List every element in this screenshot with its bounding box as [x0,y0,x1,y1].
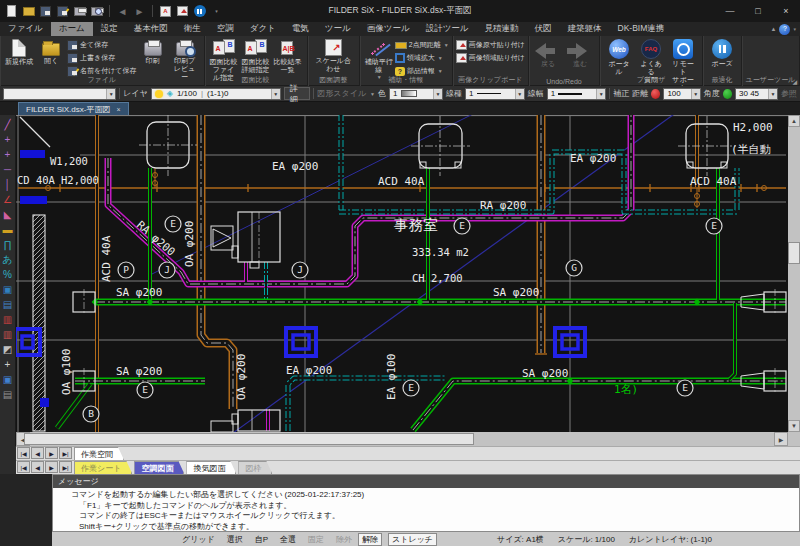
maximize-button[interactable]: □ [744,0,772,22]
tab-nav-last-icon[interactable]: ▶| [59,461,72,473]
status-toggle-2[interactable]: 選択 [227,534,243,545]
scroll-up-icon[interactable]: ▲ [788,115,800,127]
qat-print-icon[interactable] [72,4,87,19]
angle-combo-caret-icon[interactable]: ▼ [768,89,777,99]
color-combo-caret-icon[interactable]: ▼ [433,89,442,99]
qat-image-paste-icon[interactable] [175,4,190,19]
draw-tool-17-icon[interactable]: + [1,358,15,372]
draw-tool-1-icon[interactable]: ╱ [1,118,15,132]
menu-tab-8[interactable]: 電気 [284,22,317,36]
ribbon-button-undo[interactable]: 戻る [532,38,564,69]
menu-tab-11[interactable]: 設計ツール [418,22,477,36]
close-button[interactable]: × [772,0,800,22]
linetype-combo-caret-icon[interactable]: ▼ [515,89,524,99]
ribbon-button-compare-result[interactable]: A|B比較結果 一覧 [272,38,304,75]
status-toggle-1[interactable]: グリッド [182,534,215,545]
draw-tool-8-icon[interactable]: ▬ [1,223,15,237]
tab-nav-first-icon[interactable]: |◀ [17,447,30,459]
qat-save-icon[interactable] [38,4,53,19]
menu-tab-10[interactable]: 画像ツール [359,22,418,36]
menu-tab-7[interactable]: ダクト [242,22,284,36]
horizontal-scrollbar[interactable]: ◀ ▶ [16,432,788,446]
menu-overflow-caret-icon[interactable]: ▾ [793,26,796,32]
draw-tool-14-icon[interactable]: ▥ [1,313,15,327]
linewidth-combo-caret-icon[interactable]: ▼ [596,89,605,99]
color-combo[interactable]: 1 ▼ [389,88,443,100]
qat-new-doc-icon[interactable] [4,4,19,19]
draw-tool-11-icon[interactable]: % [1,268,15,282]
draw-tool-15-icon[interactable]: ▥ [1,328,15,342]
status-toggle-8[interactable]: ストレッチ [388,533,437,546]
command-combo[interactable]: ▼ [3,88,116,100]
pin-ribbon-icon[interactable]: ▲ [771,26,777,32]
qat-open-folder-icon[interactable] [21,4,36,19]
sheet-tab-4[interactable]: 図枠 [238,461,272,474]
ribbon-button-distance[interactable]: 2点間距離▼ [395,39,449,51]
tab-nav-prev-icon[interactable]: ◀ [31,461,44,473]
layer-detail-button[interactable]: 詳細 [284,87,311,100]
document-tab-close-icon[interactable]: × [116,106,120,113]
status-toggle-7[interactable]: 解除 [358,533,382,546]
status-toggle-4[interactable]: 全選 [280,534,296,545]
draw-tool-10-icon[interactable]: あ [1,253,15,267]
draw-tool-2-icon[interactable]: + [1,133,15,147]
ribbon-button-img-paste-orig[interactable]: 画像原寸貼り付け [456,39,525,51]
menu-tab-14[interactable]: 建築躯体 [560,22,610,36]
ribbon-button-img-paste-area[interactable]: 画像領域貼り付け [456,52,525,64]
sheet-tab-3[interactable]: 換気図面 [186,461,236,474]
sheet-tab-2[interactable]: 空調図面 [134,461,184,474]
tab-nav-first-icon[interactable]: |◀ [17,461,30,473]
qat-caret-icon[interactable]: ▾ [209,4,224,19]
tab-nav-prev-icon[interactable]: ◀ [31,447,44,459]
sheet-tab-1[interactable]: 作業空間 [74,447,124,460]
ribbon-button-compare-detail[interactable]: AB図面比較 詳細指定 [240,38,272,75]
ribbon-button-web-portal[interactable]: Webポータル [603,38,635,77]
status-toggle-6[interactable]: 除外 [336,534,352,545]
menu-tab-1[interactable]: ファイル [0,22,51,36]
layer-combo-caret-icon[interactable]: ▼ [271,89,280,99]
linewidth-combo[interactable]: 1 ▼ [547,88,607,100]
status-toggle-5[interactable]: 固定 [308,534,324,545]
draw-tool-18-icon[interactable]: ▣ [1,373,15,387]
command-combo-caret-icon[interactable]: ▼ [106,89,115,99]
scroll-right-icon[interactable]: ▶ [774,432,788,446]
group-expander-icon[interactable]: ◢ [792,78,797,85]
menu-tab-3[interactable]: 設定 [93,22,126,36]
draw-tool-7-icon[interactable]: ◣ [1,208,15,222]
ribbon-button-print[interactable]: 印刷 [137,38,169,66]
layer-combo[interactable]: ◈ 1/100 | (1-1)0 ▼ [151,88,281,100]
menu-tab-5[interactable]: 衛生 [176,22,209,36]
qat-forward-icon[interactable]: ► [132,4,147,19]
ribbon-button-pause[interactable]: ポーズ [706,38,738,69]
menu-tab-2[interactable]: ホーム [51,22,93,36]
menu-tab-15[interactable]: DK-BIM連携 [610,22,673,36]
menu-tab-12[interactable]: 見積連動 [477,22,527,36]
draw-tool-3-icon[interactable]: + [1,148,15,162]
draw-tool-6-icon[interactable]: ∠ [1,193,15,207]
distance-combo-caret-icon[interactable]: ▼ [691,89,700,99]
draw-tool-9-icon[interactable]: ∏ [1,238,15,252]
draw-tool-12-icon[interactable]: ▣ [1,283,15,297]
vertical-scrollbar[interactable]: ▲ ▼ [788,115,800,432]
angle-toggle-icon[interactable] [723,89,732,99]
ribbon-button-open-folder[interactable]: 開く [35,38,67,66]
draw-tool-19-icon[interactable]: ▤ [1,388,15,402]
ribbon-button-zoom-area[interactable]: 領域拡大▼ [395,52,449,64]
ribbon-button-new-doc[interactable]: 新規作成 [3,38,35,67]
qat-print-preview-icon[interactable] [89,4,104,19]
draw-tool-4-icon[interactable]: ─ [1,163,15,177]
drawing-canvas[interactable]: EPJJEEGEBEEW1,200CD 40AH2,000EA φ200ACD … [16,115,788,432]
tab-nav-next-icon[interactable]: ▶ [45,447,58,459]
vertical-scroll-thumb[interactable] [788,242,800,264]
ribbon-button-save[interactable]: 上書き保存 [67,52,137,64]
menu-tab-13[interactable]: 伏図 [527,22,560,36]
tab-nav-next-icon[interactable]: ▶ [45,461,58,473]
qat-back-icon[interactable]: ◄ [115,4,130,19]
ribbon-button-scale-fit[interactable]: スケール合わせ [311,38,356,74]
menu-tab-4[interactable]: 基本作図 [126,22,176,36]
document-tab[interactable]: FILDER SiX.dsx-平面図 × [18,102,129,115]
distance-toggle-icon[interactable] [651,89,660,99]
angle-combo[interactable]: 30 45 ▼ [735,88,778,100]
status-toggle-3[interactable]: 自P [255,534,268,545]
draw-tool-5-icon[interactable]: │ [1,178,15,192]
